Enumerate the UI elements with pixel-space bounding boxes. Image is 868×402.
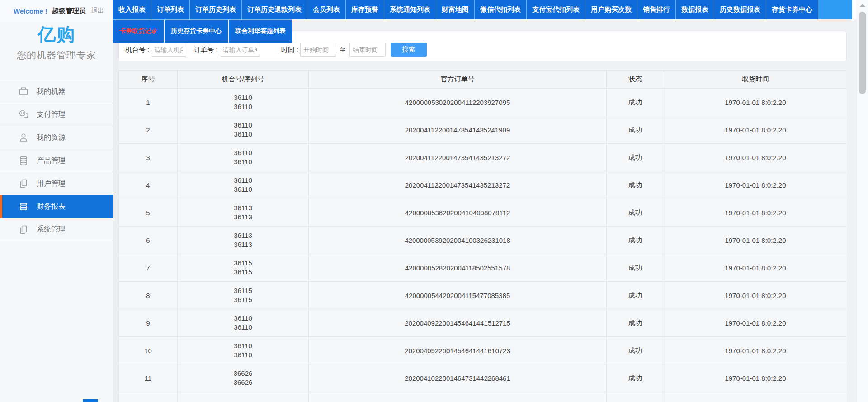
serial-number: 36110 [178, 185, 308, 194]
vertical-scrollbar[interactable] [857, 0, 868, 402]
cell-pickup-time: 1970-01-01 8:0:2.20 [664, 171, 847, 199]
sidebar-item-label: 我的机器 [37, 87, 66, 96]
sidebar-item-2[interactable]: 支付管理 [0, 103, 113, 126]
nav-tab-13[interactable]: 数据报表 [676, 0, 714, 19]
nav-tab-6[interactable]: 库存预警 [346, 0, 384, 19]
cell-status: 成功 [607, 144, 664, 171]
cell-order-number: 4200000530202004112203927095 [309, 89, 607, 116]
sidebar-content-gutter [113, 19, 118, 402]
table-row: 436110361102020041122001473541435213272成… [119, 171, 847, 199]
document-icon [18, 178, 29, 189]
cell-pickup-time: 1970-01-01 8:0:2.20 [664, 116, 847, 144]
machine-number: 36110 [178, 121, 308, 130]
machine-number: 36626 [178, 369, 308, 378]
cell-order-number: 2020041122001473541435241909 [309, 116, 607, 144]
serial-number: 36110 [178, 157, 308, 166]
cell-machine-serial: 3611036110 [178, 89, 309, 116]
brand-logo: 亿购 [0, 24, 113, 45]
records-table-panel: 序号机台号/序列号官方订单号状态取货时间 1361103611042000005… [118, 70, 847, 402]
cell-order-number: 2020040922001454641441512715 [309, 309, 607, 337]
sidebar-menu: 我的机器支付管理我的资源产品管理用户管理财务报表系统管理 [0, 80, 113, 241]
sub-tab-1[interactable]: 卡券取货记录 [113, 20, 165, 43]
nav-tab-8[interactable]: 财富地图 [436, 0, 475, 19]
cell-order-number: 2020041122001473541435213272 [309, 144, 607, 171]
cell-index: 11 [119, 364, 178, 392]
nav-tab-7[interactable]: 系统通知列表 [384, 0, 436, 19]
nav-tab-3[interactable]: 订单历史列表 [190, 0, 242, 19]
column-header: 取货时间 [664, 71, 847, 89]
column-header: 序号 [119, 71, 178, 89]
sidebar-item-label: 用户管理 [37, 179, 66, 189]
scroll-up-arrow-icon[interactable] [860, 4, 865, 7]
document-icon [18, 224, 29, 235]
machine-number: 36115 [178, 259, 308, 268]
sidebar-item-1[interactable]: 我的机器 [0, 80, 113, 103]
time-label: 时间 : [281, 43, 298, 57]
nav-tail-block [818, 0, 852, 19]
cell-index: 5 [119, 199, 178, 227]
machine-number-input[interactable] [151, 43, 186, 57]
cell-pickup-time: 1970-01-01 8:0:2.20 [664, 227, 847, 254]
cell-status: 成功 [607, 254, 664, 282]
nav-tab-2[interactable]: 订单列表 [151, 0, 190, 19]
sidebar-item-7[interactable]: 系统管理 [0, 218, 113, 241]
sidebar-item-3[interactable]: 我的资源 [0, 126, 113, 149]
database-icon [18, 155, 29, 166]
serial-number: 36626 [178, 378, 308, 387]
welcome-text: Welcome ! [14, 7, 47, 15]
sub-tab-2[interactable]: 历史存货卡券中心 [165, 20, 229, 43]
cell-pickup-time: 1970-01-01 8:0:2.20 [664, 282, 847, 309]
sidebar-item-label: 产品管理 [37, 156, 66, 166]
cell-status: 成功 [607, 337, 664, 364]
table-row: 136110361104200000530202004112203927095成… [119, 89, 847, 116]
start-time-input[interactable] [300, 43, 336, 57]
cell-index: 8 [119, 282, 178, 309]
serial-number: 36110 [178, 323, 308, 332]
order-number-input[interactable] [220, 43, 260, 57]
content-area: 机台号 : 订单号 : 时间 : 至 搜索 序号机台号/序列号官方订单号状态取货… [118, 19, 848, 402]
cell-machine-serial: 3662636626 [178, 364, 309, 392]
sub-tab-3[interactable]: 联合利华答题列表 [229, 20, 292, 43]
nav-tab-10[interactable]: 支付宝代扣列表 [527, 0, 585, 19]
serial-number: 36113 [178, 240, 308, 249]
cell-pickup-time: 1970-01-01 8:0:2.20 [664, 309, 847, 337]
nav-tab-15[interactable]: 存货卡券中心 [766, 0, 818, 19]
logout-link[interactable]: 退出 [91, 7, 104, 15]
cell-order-number: 4200000544202004115477085385 [309, 282, 607, 309]
end-time-input[interactable] [349, 43, 386, 57]
machine-number: 36110 [178, 148, 308, 157]
nav-tab-11[interactable]: 用户购买次数 [585, 0, 637, 19]
nav-tab-14[interactable]: 历史数据报表 [714, 0, 766, 19]
app-root: Welcome ! 超级管理员 退出 亿购 您的机器管理专家 我的机器支付管理我… [0, 0, 868, 402]
table-row: 1136626366262020041022001464731442268461… [119, 364, 847, 392]
nav-tab-9[interactable]: 微信代扣列表 [475, 0, 527, 19]
sidebar-item-label: 系统管理 [37, 225, 66, 234]
nav-tab-12[interactable]: 销售排行 [637, 0, 676, 19]
nav-tab-5[interactable]: 会员列表 [307, 0, 346, 19]
user-icon [18, 132, 29, 143]
serial-number: 36113 [178, 213, 308, 222]
table-row: 536113361134200000536202004104098078112成… [119, 199, 847, 227]
sidebar-item-6[interactable]: 财务报表 [0, 195, 113, 218]
sidebar-item-5[interactable]: 用户管理 [0, 172, 113, 195]
cell-machine-serial: 3611536115 [178, 282, 309, 309]
scrollbar-thumb[interactable] [859, 12, 866, 94]
table-row: 1036110361102020040922001454641441610723… [119, 337, 847, 364]
welcome-bar: Welcome ! 超级管理员 退出 [0, 0, 113, 22]
search-button[interactable]: 搜索 [391, 43, 427, 57]
time-to-label: 至 [340, 43, 346, 57]
current-user: 超级管理员 [52, 7, 86, 15]
serial-number: 36110 [178, 102, 308, 111]
machine-number: 36110 [178, 93, 308, 102]
nav-tab-4[interactable]: 订单历史退款列表 [242, 0, 307, 19]
nav-tab-1[interactable]: 收入报表 [113, 0, 151, 19]
sidebar-item-4[interactable]: 产品管理 [0, 149, 113, 172]
table-row: 936110361102020040922001454641441512715成… [119, 309, 847, 337]
cell-pickup-time: 1970-01-01 8:0:2.20 [664, 337, 847, 364]
cell-pickup-time: 1970-01-01 8:0:2.20 [664, 89, 847, 116]
table-row: 236110361102020041122001473541435241909成… [119, 116, 847, 144]
table-row-partial [119, 392, 847, 402]
cell-index: 10 [119, 337, 178, 364]
cell-order-number: 4200000536202004104098078112 [309, 199, 607, 227]
cell-machine-serial: 3611036110 [178, 337, 309, 364]
